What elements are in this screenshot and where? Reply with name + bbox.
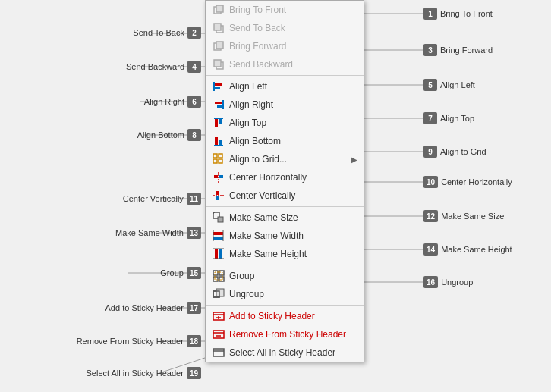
svg-rect-28 xyxy=(216,191,219,195)
menu-item-align-bottom[interactable]: Align Bottom xyxy=(206,132,364,150)
menu-item-group[interactable]: Group xyxy=(206,267,364,285)
add-sticky-label: Add to Sticky Header xyxy=(229,311,357,321)
bring-forward-icon xyxy=(212,39,225,53)
menu-item-same-width[interactable]: Make Same Width xyxy=(206,227,364,245)
center-h-icon xyxy=(212,171,225,184)
left-ann-17: Add to Sticky Header 17 xyxy=(0,302,201,314)
ann-label-6: Align Right xyxy=(144,97,184,106)
ann-label-r14: Make Same Height xyxy=(441,245,512,254)
ann-badge-17: 17 xyxy=(187,302,201,314)
svg-rect-48 xyxy=(216,289,224,296)
svg-rect-44 xyxy=(213,277,218,281)
send-backward-label: Send Backward xyxy=(229,59,357,70)
ann-badge-r7: 7 xyxy=(423,112,437,124)
svg-rect-10 xyxy=(215,87,220,89)
left-ann-19: Select All in Sticky Header 19 xyxy=(0,367,201,379)
left-ann-8: Align Bottom 8 xyxy=(0,129,201,141)
separator-3 xyxy=(206,265,364,265)
separator-4 xyxy=(206,305,364,306)
ann-badge-r16: 16 xyxy=(423,276,438,288)
separator-1 xyxy=(206,75,364,76)
ann-label-2: Send To Back xyxy=(133,28,184,37)
same-height-label: Make Same Height xyxy=(229,249,357,259)
menu-item-remove-sticky[interactable]: Remove From Sticky Header xyxy=(206,325,364,343)
ann-badge-15: 15 xyxy=(187,267,201,279)
menu-item-center-v[interactable]: Center Vertically xyxy=(206,187,364,205)
svg-rect-22 xyxy=(213,159,217,163)
bring-forward-label: Bring Forward xyxy=(229,41,357,52)
svg-rect-23 xyxy=(219,159,222,163)
ann-label-19: Select All in Sticky Header xyxy=(86,368,183,378)
ann-badge-r3: 3 xyxy=(423,44,437,56)
right-ann-3: 3 Bring Forward xyxy=(423,44,493,56)
svg-rect-15 xyxy=(215,119,218,127)
right-ann-7: 7 Align Top xyxy=(423,112,474,124)
ann-badge-19: 19 xyxy=(187,367,201,379)
ann-label-4: Send Backward xyxy=(126,62,184,71)
right-ann-12: 12 Make Same Size xyxy=(423,210,504,222)
ann-badge-6: 6 xyxy=(187,96,201,108)
ann-badge-4: 4 xyxy=(187,61,201,73)
menu-item-send-backward[interactable]: Send Backward xyxy=(206,55,364,74)
bring-to-front-label: Bring To Front xyxy=(229,5,357,15)
left-ann-4: Send Backward 4 xyxy=(0,61,201,73)
ann-label-r9: Align to Grid xyxy=(440,147,486,156)
menu-item-bring-forward[interactable]: Bring Forward xyxy=(206,37,364,55)
group-label: Group xyxy=(229,271,357,281)
ann-label-15: Group xyxy=(160,268,184,278)
right-ann-14: 14 Make Same Height xyxy=(423,243,512,256)
select-sticky-icon xyxy=(212,346,225,359)
left-ann-11: Center Vertically 11 xyxy=(0,193,201,205)
right-ann-16: 16 Ungroup xyxy=(423,276,473,288)
align-grid-label: Align to Grid... xyxy=(229,154,351,165)
ann-label-r5: Align Left xyxy=(440,80,475,89)
ann-badge-r1: 1 xyxy=(423,8,437,20)
send-backward-icon xyxy=(212,58,225,71)
menu-item-align-right[interactable]: Align Right xyxy=(206,96,364,114)
menu-item-align-to-grid[interactable]: Align to Grid... ▶ xyxy=(206,150,364,168)
bring-to-front-icon xyxy=(212,3,225,17)
menu-item-bring-to-front[interactable]: Bring To Front xyxy=(206,1,364,19)
menu-item-send-to-back[interactable]: Send To Back xyxy=(206,19,364,37)
right-ann-10: 10 Center Horizontally xyxy=(423,176,512,188)
ann-label-13: Make Same Width xyxy=(115,228,184,237)
add-sticky-icon xyxy=(212,309,225,323)
ungroup-label: Ungroup xyxy=(229,289,357,299)
align-left-label: Align Left xyxy=(229,81,357,92)
menu-item-same-size[interactable]: Make Same Size xyxy=(206,209,364,227)
left-ann-18: Remove From Sticky Header 18 xyxy=(0,335,201,347)
align-right-label: Align Right xyxy=(229,99,357,110)
menu-item-same-height[interactable]: Make Same Height xyxy=(206,245,364,263)
ann-label-r1: Bring To Front xyxy=(440,9,493,18)
ann-label-r16: Ungroup xyxy=(441,278,473,287)
menu-item-center-h[interactable]: Center Horizontally xyxy=(206,168,364,187)
ann-badge-18: 18 xyxy=(187,335,201,347)
ann-label-18: Remove From Sticky Header xyxy=(77,337,184,346)
menu-item-add-sticky[interactable]: Add to Sticky Header xyxy=(206,307,364,325)
menu-item-ungroup[interactable]: Ungroup xyxy=(206,285,364,303)
svg-rect-45 xyxy=(219,277,224,281)
menu-item-align-left[interactable]: Align Left xyxy=(206,77,364,96)
align-bottom-icon xyxy=(212,134,225,148)
right-ann-9: 9 Align to Grid xyxy=(423,146,486,158)
right-ann-5: 5 Align Left xyxy=(423,79,475,91)
remove-sticky-icon xyxy=(212,328,225,341)
send-to-back-label: Send To Back xyxy=(229,23,357,33)
menu-item-select-sticky[interactable]: Select All in Sticky Header xyxy=(206,343,364,362)
left-ann-2: Send To Back 2 xyxy=(0,27,201,39)
ann-badge-r12: 12 xyxy=(423,210,438,222)
ann-badge-13: 13 xyxy=(187,227,201,239)
svg-rect-26 xyxy=(219,175,223,178)
align-grid-icon xyxy=(212,152,225,166)
ann-badge-8: 8 xyxy=(187,129,201,141)
ann-label-r3: Bring Forward xyxy=(440,45,493,55)
align-top-label: Align Top xyxy=(229,118,357,128)
ann-label-11: Center Vertically xyxy=(123,194,184,203)
ann-label-r12: Make Same Size xyxy=(441,212,504,221)
svg-rect-9 xyxy=(215,83,222,86)
ann-label-8: Align Bottom xyxy=(137,130,184,140)
ann-label-17: Add to Sticky Header xyxy=(105,303,184,312)
separator-2 xyxy=(206,206,364,207)
menu-item-align-top[interactable]: Align Top xyxy=(206,114,364,132)
ann-label-r10: Center Horizontally xyxy=(441,177,512,187)
